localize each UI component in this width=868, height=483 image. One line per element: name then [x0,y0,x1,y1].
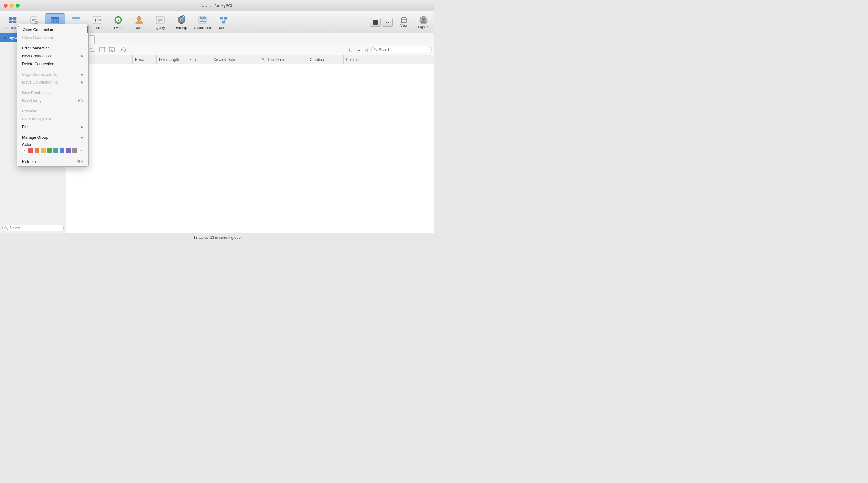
table-headers: Name Rows Data Length Engine Created Dat… [66,56,434,64]
view-label-area: View [396,17,411,27]
obj-btn-truncate[interactable] [98,46,107,54]
obj-btn-open[interactable] [88,46,97,54]
context-menu-new-connection[interactable]: New Connection ▶ [17,52,88,60]
color-swatch-purple[interactable] [66,148,71,153]
th-data-length-label: Data Length [159,58,179,62]
color-swatch-custom[interactable]: ✏ [79,148,84,153]
move-connection-to-arrow: ▶ [81,81,84,84]
color-swatch-yellow[interactable] [41,148,46,153]
refresh-label: Refresh [22,159,36,164]
sign-in-area[interactable]: Sign In [415,16,432,29]
edit-connection-label: Edit Connection... [22,46,53,50]
th-engine[interactable]: Engine [187,56,211,64]
obj-toolbar-divider [118,47,118,53]
color-swatch-green[interactable] [47,148,52,153]
svg-rect-82 [110,47,114,52]
context-menu-copy-connection-to[interactable]: Copy Connection To ▶ [17,70,88,78]
color-swatch-none[interactable]: ✕ [22,148,27,153]
context-menu-delete-connection[interactable]: Delete Connection... [17,60,88,67]
maximize-button[interactable] [16,4,20,7]
traffic-lights [4,4,20,7]
menu-sep-2 [17,69,88,69]
view-icon-detail[interactable]: ⊟ [363,47,370,53]
new-query-shortcut: ⌘Y [78,98,84,102]
view-toggle-single[interactable]: ⬛ [370,18,381,27]
svg-rect-55 [220,17,223,19]
obj-btn-refresh[interactable] [119,46,128,54]
context-menu-refresh[interactable]: Refresh ⌘R [17,157,88,165]
view-toggle-split[interactable]: ▪▪ [382,18,393,27]
table-icon [50,15,60,25]
svg-line-60 [224,19,226,21]
user-icon [134,15,144,25]
th-comment[interactable]: Comment [344,56,434,64]
color-swatch-teal[interactable] [53,148,58,153]
svg-rect-16 [51,17,59,19]
menu-sep-4 [17,105,88,106]
mysql-connection-icon: 🔌 [2,35,7,39]
backup-icon [177,15,186,25]
move-connection-to-label: Move Connection To [22,80,58,84]
toolbar-btn-automation[interactable]: Automation [192,13,213,31]
menu-sep-1 [17,42,88,43]
manage-group-label: Manage Group [22,135,48,140]
toolbar-btn-query[interactable]: Query [150,13,170,31]
minimize-button[interactable] [10,4,13,7]
svg-rect-78 [100,47,104,52]
context-menu-new-database[interactable]: New Database... [17,89,88,96]
color-swatch-blue[interactable] [60,148,64,153]
svg-marker-86 [121,49,123,51]
view-icon-list[interactable]: ≡ [355,47,362,53]
context-menu-close-connection[interactable]: Close Connection [17,33,88,41]
th-created-date[interactable]: Created Date [211,56,259,64]
color-swatch-gray[interactable] [72,148,77,153]
color-swatch-red[interactable] [28,148,33,153]
context-menu-edit-connection[interactable]: Edit Connection... [17,44,88,52]
obj-btn-drop[interactable] [107,46,116,54]
status-text: 13 tables, 13 in current group [193,236,241,240]
svg-line-59 [221,19,224,21]
truncate-table-icon [99,47,105,53]
svg-point-39 [181,19,182,21]
toolbar-btn-model[interactable]: Model [213,13,234,31]
sign-in-avatar-icon [419,16,428,24]
context-menu-new-query[interactable]: New Query ⌘Y [17,96,88,104]
automation-label: Automation [194,26,211,30]
view-icon-grid[interactable]: ⊞ [347,47,354,53]
event-label: Event [114,26,122,30]
refresh-shortcut: ⌘R [77,159,84,163]
th-data-length[interactable]: Data Length [157,56,187,64]
context-menu-move-connection-to[interactable]: Move Connection To ▶ [17,78,88,86]
close-connection-label: Close Connection [22,35,53,40]
execute-sql-label: Execute SQL File... [22,117,56,121]
user-label: User [135,26,143,30]
context-menu-manage-group[interactable]: Manage Group ▶ [17,133,88,141]
model-label: Model [219,26,228,30]
toolbar-btn-event[interactable]: Event [108,13,128,31]
close-button[interactable] [4,4,7,7]
context-menu-open-connection[interactable]: Open Connection [18,26,88,33]
context-menu-console[interactable]: Console [17,107,88,115]
sidebar-search-input[interactable] [2,224,64,231]
model-icon [219,15,228,25]
content-area: Objects [66,33,434,233]
tab-bar: Objects [66,33,434,44]
object-search-input[interactable] [371,46,432,53]
toolbar-btn-user[interactable]: User [129,13,150,31]
sidebar-search-wrap [2,224,64,231]
th-engine-label: Engine [189,58,200,62]
context-menu-flush[interactable]: Flush ▶ [17,123,88,130]
toolbar-btn-backup[interactable]: Backup [171,13,192,31]
th-rows[interactable]: Rows [133,56,157,64]
svg-rect-43 [184,20,185,20]
function-label: Function [91,26,103,30]
color-swatch-orange[interactable] [35,148,39,153]
svg-text:(x): (x) [97,19,101,22]
th-collation[interactable]: Collation [307,56,344,64]
view-icons: ⊞ ≡ ⊟ [347,47,370,53]
toolbar-btn-function[interactable]: f (x) Function [87,13,107,31]
connection-icon [8,15,18,25]
context-menu-execute-sql[interactable]: Execute SQL File... [17,115,88,123]
th-modified-date[interactable]: Modified Date [259,56,307,64]
refresh-icon [121,47,127,53]
